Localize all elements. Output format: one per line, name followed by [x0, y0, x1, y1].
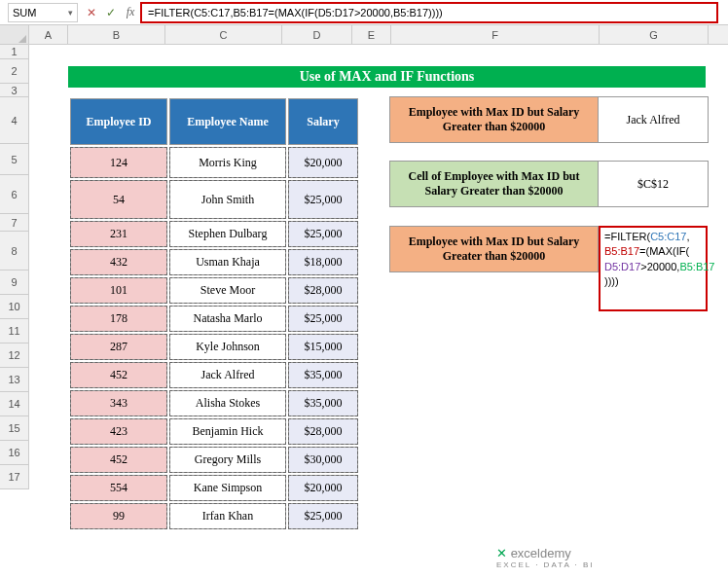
row-header[interactable]: 16 — [0, 441, 29, 465]
triangle-icon — [18, 35, 26, 43]
cell-name[interactable]: Alisha Stokes — [169, 390, 286, 416]
row-header[interactable]: 13 — [0, 368, 29, 392]
table-row[interactable]: 452Gregory Mills$30,000 — [70, 447, 358, 473]
row-header[interactable]: 11 — [0, 319, 29, 343]
active-cell-formula[interactable]: =FILTER(C5:C17, B5:B17=(MAX(IF( D5:D17>2… — [599, 226, 708, 311]
cell-salary[interactable]: $15,000 — [288, 334, 358, 360]
cell-id[interactable]: 231 — [70, 221, 167, 247]
cell-name[interactable]: Kyle Johnson — [169, 334, 286, 360]
cell-name[interactable]: Jack Alfred — [169, 362, 286, 388]
cell-name[interactable]: Steve Moor — [169, 277, 286, 304]
cell-id[interactable]: 124 — [70, 147, 167, 178]
card-value[interactable]: Jack Alfred — [599, 97, 708, 142]
table-row[interactable]: 54John Smith$25,000 — [70, 180, 358, 219]
cancel-icon[interactable]: ✕ — [82, 3, 101, 22]
formula-text: , — [686, 231, 689, 242]
row-header[interactable]: 8 — [0, 232, 29, 271]
cell-salary[interactable]: $25,000 — [288, 180, 358, 219]
cell-id[interactable]: 343 — [70, 390, 167, 416]
cell-salary[interactable]: $25,000 — [288, 306, 358, 332]
row-header[interactable]: 12 — [0, 343, 29, 368]
formula-text: =FILTER( — [604, 231, 650, 242]
card-max-id-cell: Cell of Employee with Max ID but Salary … — [389, 161, 709, 207]
watermark: ✕ exceldemy EXCEL · DATA · BI — [496, 546, 595, 569]
cell-id[interactable]: 452 — [70, 447, 167, 473]
cell-id[interactable]: 54 — [70, 180, 167, 219]
cell-name[interactable]: Irfan Khan — [169, 503, 286, 529]
cell-id[interactable]: 99 — [70, 503, 167, 529]
formula-input[interactable]: =FILTER(C5:C17,B5:B17=(MAX(IF(D5:D17>200… — [140, 2, 718, 23]
col-header[interactable]: B — [68, 25, 165, 44]
cell-name[interactable]: Morris King — [169, 147, 286, 178]
table-row[interactable]: 99Irfan Khan$25,000 — [70, 503, 358, 529]
row-header[interactable]: 7 — [0, 214, 29, 232]
row-header[interactable]: 5 — [0, 144, 29, 175]
table-row[interactable]: 432Usman Khaja$18,000 — [70, 249, 358, 275]
row-header[interactable]: 4 — [0, 97, 29, 144]
cell-salary[interactable]: $20,000 — [288, 475, 358, 501]
cell-id[interactable]: 432 — [70, 249, 167, 275]
header-employee-name: Employee Name — [169, 98, 286, 145]
cell-salary[interactable]: $30,000 — [288, 447, 358, 473]
watermark-text: exceldemy — [511, 546, 571, 560]
cell-name[interactable]: Usman Khaja — [169, 249, 286, 275]
table-row[interactable]: 554Kane Simpson$20,000 — [70, 475, 358, 501]
cell-id[interactable]: 423 — [70, 418, 167, 445]
cell-salary[interactable]: $18,000 — [288, 249, 358, 275]
cell-name[interactable]: Benjamin Hick — [169, 418, 286, 445]
row-header[interactable]: 10 — [0, 295, 29, 319]
table-row[interactable]: 452Jack Alfred$35,000 — [70, 362, 358, 388]
cell-id[interactable]: 101 — [70, 277, 167, 304]
row-header[interactable]: 6 — [0, 175, 29, 214]
table-row[interactable]: 231Stephen Dulbarg$25,000 — [70, 221, 358, 247]
table-row[interactable]: 101Steve Moor$28,000 — [70, 277, 358, 304]
cell-name[interactable]: Stephen Dulbarg — [169, 221, 286, 247]
cell-salary[interactable]: $35,000 — [288, 362, 358, 388]
row-header[interactable]: 9 — [0, 271, 29, 295]
range-ref: C5:C17 — [650, 231, 686, 242]
cell-name[interactable]: John Smith — [169, 180, 286, 219]
cell-salary[interactable]: $35,000 — [288, 390, 358, 416]
cell-salary[interactable]: $20,000 — [288, 147, 358, 178]
col-header[interactable]: F — [391, 25, 600, 44]
col-header[interactable]: A — [29, 25, 68, 44]
table-row[interactable]: 287Kyle Johnson$15,000 — [70, 334, 358, 360]
row-header[interactable]: 17 — [0, 465, 29, 489]
page-title: Use of MAX and IF Functions — [68, 66, 706, 88]
card-value[interactable]: $C$12 — [599, 162, 708, 206]
row-header[interactable]: 15 — [0, 416, 29, 441]
row-header[interactable]: 14 — [0, 392, 29, 416]
table-row[interactable]: 423Benjamin Hick$28,000 — [70, 418, 358, 445]
col-header[interactable]: C — [165, 25, 282, 44]
row-header[interactable]: 2 — [0, 59, 29, 84]
formula-bar: SUM ✕ ✓ fx =FILTER(C5:C17,B5:B17=(MAX(IF… — [0, 0, 728, 25]
fx-icon[interactable]: fx — [121, 3, 140, 22]
cell-id[interactable]: 287 — [70, 334, 167, 360]
row-header[interactable]: 1 — [0, 45, 29, 59]
select-all-corner[interactable] — [0, 25, 29, 44]
cell-salary[interactable]: $28,000 — [288, 418, 358, 445]
col-header[interactable]: D — [282, 25, 352, 44]
formula-text: >20000, — [640, 261, 679, 272]
col-header[interactable]: G — [600, 25, 709, 44]
header-employee-id: Employee ID — [70, 98, 167, 145]
col-header[interactable]: E — [352, 25, 391, 44]
table-row[interactable]: 124Morris King$20,000 — [70, 147, 358, 178]
range-ref: D5:D17 — [604, 261, 640, 272]
cell-id[interactable]: 452 — [70, 362, 167, 388]
cell-id[interactable]: 178 — [70, 306, 167, 332]
table-row[interactable]: 178Natasha Marlo$25,000 — [70, 306, 358, 332]
cell-id[interactable]: 554 — [70, 475, 167, 501]
accept-icon[interactable]: ✓ — [101, 3, 121, 22]
cell-salary[interactable]: $28,000 — [288, 277, 358, 304]
table-row[interactable]: 343Alisha Stokes$35,000 — [70, 390, 358, 416]
name-box[interactable]: SUM — [8, 3, 78, 22]
formula-text: )))) — [604, 275, 619, 287]
cell-salary[interactable]: $25,000 — [288, 503, 358, 529]
cell-name[interactable]: Gregory Mills — [169, 447, 286, 473]
row-header[interactable]: 3 — [0, 84, 29, 97]
cell-name[interactable]: Natasha Marlo — [169, 306, 286, 332]
sheet-area[interactable]: Use of MAX and IF Functions Employee ID … — [29, 45, 728, 489]
cell-salary[interactable]: $25,000 — [288, 221, 358, 247]
cell-name[interactable]: Kane Simpson — [169, 475, 286, 501]
